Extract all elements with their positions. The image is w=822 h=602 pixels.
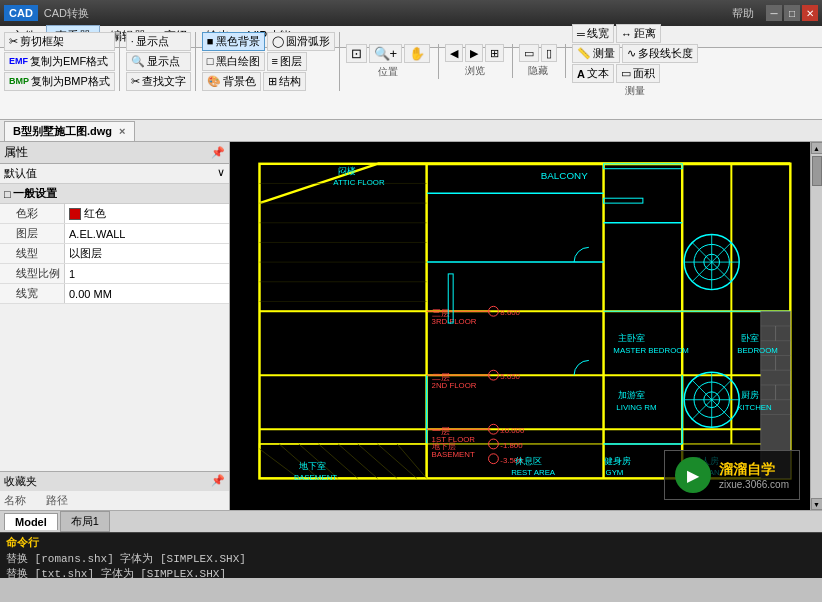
linewidth-icon: ═ — [577, 28, 585, 40]
find-text-button[interactable]: 🔍 显示点 — [126, 52, 191, 71]
fit-button[interactable]: ⊞ — [485, 44, 504, 62]
zoom-window-button[interactable]: ⊡ — [346, 44, 367, 63]
cad-logo: CAD — [4, 5, 38, 21]
drawing-area[interactable]: 三层 3RD FLOOR 二层 2ND FLOOR 一层 1ST FLOOR 地… — [230, 142, 810, 510]
properties-header: 属性 📌 — [0, 142, 229, 164]
properties-section: 默认值 ∨ □ 一般设置 色彩 红色 图层 A.EL.WALL — [0, 164, 229, 471]
measure-button[interactable]: 📏 测量 — [572, 44, 620, 63]
magnifier-icon: 🔍 — [131, 55, 145, 68]
tab-bar: B型别墅施工图.dwg × — [0, 120, 822, 142]
measure-icon: 📏 — [577, 47, 591, 60]
dot-icon: · — [131, 35, 134, 47]
model-tab[interactable]: Model — [4, 513, 58, 530]
show-points-button[interactable]: · 显示点 — [126, 32, 191, 51]
hide1-button[interactable]: ▭ — [519, 44, 539, 62]
svg-text:±0.000: ±0.000 — [500, 426, 525, 435]
black-bg-icon: ■ — [207, 35, 214, 47]
structure-icon: ⊞ — [268, 75, 277, 88]
svg-text:GYM: GYM — [606, 468, 624, 477]
structure-button[interactable]: ⊞ 结构 — [263, 72, 306, 91]
toolbar-row-1: ✂ 剪切框架 EMF 复制为EMF格式 BMP 复制为BMP格式 · 显示点 🔍… — [4, 50, 818, 72]
prop-linewidth: 线宽 0.00 MM — [0, 284, 229, 304]
svg-text:BASEMENT: BASEMENT — [294, 473, 337, 482]
file-tab[interactable]: B型别墅施工图.dwg × — [4, 121, 135, 141]
cut-frame-button[interactable]: ✂ 剪切框架 — [4, 32, 115, 51]
black-bg-button[interactable]: ■ 黑色背景 — [202, 32, 265, 51]
hide2-button[interactable]: ▯ — [541, 44, 557, 62]
svg-text:BALCONY: BALCONY — [541, 170, 588, 181]
prop-linetype: 线型 以图层 — [0, 244, 229, 264]
favorites-header[interactable]: 收藏夹 📌 — [0, 472, 229, 491]
right-scrollbar: ▲ ▼ — [810, 142, 822, 510]
layout1-tab[interactable]: 布局1 — [60, 511, 110, 532]
svg-text:BASEMENT: BASEMENT — [432, 450, 475, 459]
maximize-button[interactable]: □ — [784, 5, 800, 21]
svg-text:BEDROOM: BEDROOM — [737, 346, 778, 355]
svg-text:LIVING RM: LIVING RM — [616, 403, 656, 412]
bg-color-button[interactable]: 🎨 背景色 — [202, 72, 261, 91]
minimize-button[interactable]: ─ — [766, 5, 782, 21]
text-button[interactable]: A 文本 — [572, 64, 614, 83]
scroll-down-button[interactable]: ▼ — [811, 498, 823, 510]
zoom-in-button[interactable]: 🔍+ — [369, 44, 403, 63]
copy-bmp-button[interactable]: BMP 复制为BMP格式 — [4, 72, 115, 91]
svg-text:REST AREA: REST AREA — [511, 468, 556, 477]
cmd-line-1: 替换 [romans.shx] 字体为 [SIMPLEX.SHX] — [6, 552, 816, 567]
next-button[interactable]: ▶ — [465, 44, 483, 62]
copy-emf-button[interactable]: EMF 复制为EMF格式 — [4, 52, 115, 71]
help-text[interactable]: 帮助 — [732, 6, 754, 21]
polyline-length-button[interactable]: ∿ 多段线长度 — [622, 44, 698, 63]
scroll-up-button[interactable]: ▲ — [811, 142, 823, 154]
distance-icon: ↔ — [621, 28, 632, 40]
svg-text:ATTIC FLOOR: ATTIC FLOOR — [333, 178, 385, 187]
arc-smooth-button[interactable]: ◯ 圆滑弧形 — [267, 32, 335, 51]
distance-button[interactable]: ↔ 距离 — [616, 24, 661, 43]
svg-text:8.600: 8.600 — [500, 308, 520, 317]
cmd-line-2: 替换 [txt.shx] 字体为 [SIMPLEX.SHX] — [6, 567, 816, 578]
svg-text:厨房: 厨房 — [741, 390, 759, 400]
svg-text:休息区: 休息区 — [515, 456, 542, 466]
favorites-section: 收藏夹 📌 名称 路径 — [0, 471, 229, 510]
bottom-tabs: Model 布局1 — [0, 510, 822, 532]
default-label: 默认值 ∨ — [0, 164, 229, 184]
main-layout: 属性 📌 默认值 ∨ □ 一般设置 色彩 红色 图层 A — [0, 142, 822, 510]
svg-text:KITCHEN: KITCHEN — [737, 403, 772, 412]
svg-text:5.050: 5.050 — [500, 372, 520, 381]
pan-button[interactable]: ✋ — [404, 44, 430, 63]
prev-button[interactable]: ◀ — [445, 44, 463, 62]
prop-color: 色彩 红色 — [0, 204, 229, 224]
bmp-icon: BMP — [9, 76, 29, 86]
layer-icon: ≡ — [272, 55, 278, 67]
scissors-icon: ✂ — [9, 35, 18, 48]
svg-text:2ND FLOOR: 2ND FLOOR — [432, 381, 477, 390]
trim-raster-button[interactable]: ✂ 查找文字 — [126, 72, 191, 91]
prop-linescale: 线型比例 1 — [0, 264, 229, 284]
svg-text:闷楼: 闷楼 — [338, 166, 356, 176]
favorites-columns: 名称 路径 — [0, 491, 229, 510]
area-button[interactable]: ▭ 面积 — [616, 64, 660, 83]
polyline-icon: ∿ — [627, 47, 636, 60]
cmd-label: 命令行 — [6, 535, 816, 550]
svg-text:-1.800: -1.800 — [500, 441, 523, 450]
layer-button[interactable]: ≡ 图层 — [267, 52, 307, 71]
color-swatch — [69, 208, 81, 220]
position-label: 位置 — [378, 65, 398, 79]
bw-icon: □ — [207, 55, 214, 67]
svg-text:主卧室: 主卧室 — [618, 333, 645, 343]
svg-text:3RD FLOOR: 3RD FLOOR — [432, 317, 477, 326]
linewidth-button[interactable]: ═ 线宽 — [572, 24, 614, 43]
pin-icon[interactable]: 📌 — [211, 146, 225, 159]
bw-draw-button[interactable]: □ 黑白绘图 — [202, 52, 265, 71]
close-button[interactable]: ✕ — [802, 5, 818, 21]
svg-text:地下室: 地下室 — [298, 461, 326, 471]
emf-icon: EMF — [9, 56, 28, 66]
svg-text:MASTER BEDROOM: MASTER BEDROOM — [613, 346, 689, 355]
title-text: CAD转换 — [44, 6, 89, 21]
favorites-pin-icon: 📌 — [211, 474, 225, 489]
bg-color-icon: 🎨 — [207, 75, 221, 88]
scroll-thumb[interactable] — [812, 156, 822, 186]
title-bar: CAD CAD转换 帮助 ─ □ ✕ — [0, 0, 822, 26]
trim-icon: ✂ — [131, 75, 140, 88]
command-area: 命令行 替换 [romans.shx] 字体为 [SIMPLEX.SHX] 替换… — [0, 532, 822, 578]
tab-close-button[interactable]: × — [119, 125, 125, 137]
